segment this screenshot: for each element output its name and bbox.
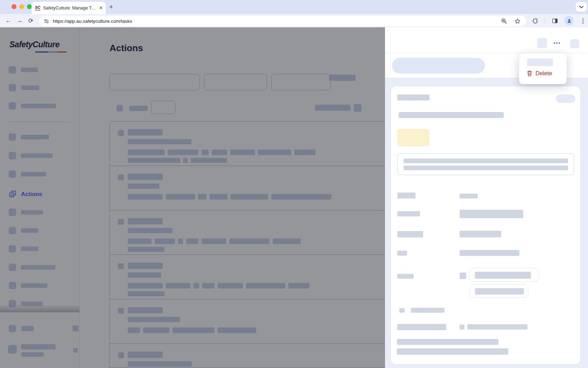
extensions-icon[interactable] xyxy=(532,18,539,24)
field-label-skeleton xyxy=(397,211,420,216)
date-value-skeleton xyxy=(475,288,524,294)
field-value-skeleton xyxy=(460,250,519,256)
field-label-skeleton xyxy=(397,193,415,199)
overflow-menu-button[interactable] xyxy=(552,38,562,48)
safetyculture-favicon: SC xyxy=(35,5,40,11)
overflow-context-menu: Delete xyxy=(519,53,567,84)
forward-icon[interactable]: → xyxy=(14,17,25,24)
close-window-button[interactable] xyxy=(12,4,16,9)
back-icon[interactable]: ← xyxy=(3,17,14,24)
reload-icon[interactable]: ⟳ xyxy=(25,17,36,25)
recurrence-label-skeleton xyxy=(411,308,444,313)
field-value-skeleton xyxy=(460,210,523,218)
trash-icon xyxy=(527,70,532,76)
menu-item-skeleton[interactable] xyxy=(527,58,553,66)
dim-overlay xyxy=(0,27,385,368)
due-date-checkbox-skeleton[interactable] xyxy=(460,272,466,279)
panel-header xyxy=(385,27,588,53)
panel-header-button-skeleton[interactable] xyxy=(537,38,547,48)
field-label-skeleton xyxy=(397,231,423,237)
meta-line-skeleton xyxy=(397,348,508,355)
action-detail-card xyxy=(391,86,580,364)
panel-close-button-skeleton[interactable] xyxy=(570,39,579,48)
panel-body xyxy=(385,78,588,368)
browser-tab[interactable]: SC SafetyCulture: Manage Teams and... ✕ xyxy=(31,2,106,14)
profile-avatar[interactable] xyxy=(565,16,574,25)
card-title-skeleton xyxy=(399,112,504,118)
action-title-skeleton xyxy=(392,58,485,74)
card-label-skeleton xyxy=(397,95,429,100)
toolbar-separator xyxy=(545,18,545,24)
assignee-value-skeleton xyxy=(467,324,527,329)
assignee-icon-skeleton xyxy=(460,325,464,329)
field-label-skeleton xyxy=(397,274,414,279)
bookmark-star-icon[interactable] xyxy=(514,18,521,25)
field-value-skeleton xyxy=(460,194,478,199)
priority-chip-skeleton[interactable] xyxy=(397,129,429,146)
zoom-icon[interactable] xyxy=(501,18,507,24)
menu-kebab-icon[interactable]: ⋮ xyxy=(580,17,586,25)
menu-item-delete[interactable]: Delete xyxy=(527,70,552,77)
tab-title: SafetyCulture: Manage Teams and... xyxy=(43,6,98,11)
recurrence-checkbox-skeleton[interactable] xyxy=(399,308,405,313)
minimize-window-button[interactable] xyxy=(19,4,24,9)
app-content: SafetyCulture Actions Actions xyxy=(0,27,588,368)
new-tab-button[interactable]: + xyxy=(109,4,113,11)
date-input-skeleton[interactable] xyxy=(469,284,528,298)
url-text[interactable]: https://app.au.safetyculture.com/tasks xyxy=(53,19,501,24)
side-panel-icon[interactable] xyxy=(552,18,558,24)
browser-toolbar: ← → ⟳ https://app.au.safetyculture.com/t… xyxy=(0,14,588,27)
date-input-skeleton[interactable] xyxy=(469,268,539,282)
browser-tab-strip: SC SafetyCulture: Manage Teams and... ✕ … xyxy=(0,0,588,14)
status-pill-skeleton[interactable] xyxy=(556,95,575,103)
meta-line-skeleton xyxy=(397,339,498,345)
field-label-skeleton xyxy=(397,251,407,256)
zoom-window-button[interactable] xyxy=(27,4,32,9)
field-value-skeleton xyxy=(460,231,501,237)
assignee-label-skeleton xyxy=(397,324,446,330)
date-value-skeleton xyxy=(475,272,531,279)
tab-close-icon[interactable]: ✕ xyxy=(99,5,103,11)
description-input-skeleton[interactable] xyxy=(397,153,574,175)
site-controls-icon[interactable] xyxy=(43,18,49,24)
address-bar[interactable]: https://app.au.safetyculture.com/tasks xyxy=(39,16,526,26)
delete-label: Delete xyxy=(536,70,552,77)
tab-search-chevron-icon[interactable] xyxy=(576,2,587,12)
